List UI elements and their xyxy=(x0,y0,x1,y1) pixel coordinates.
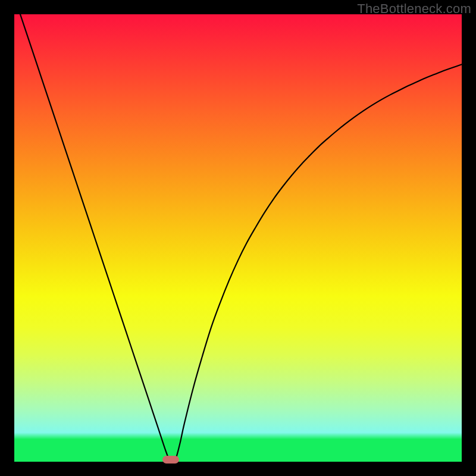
bottleneck-marker xyxy=(162,456,179,464)
plot-area xyxy=(14,14,462,462)
chart-frame: TheBottleneck.com xyxy=(0,0,476,476)
bottleneck-curve xyxy=(14,14,462,462)
